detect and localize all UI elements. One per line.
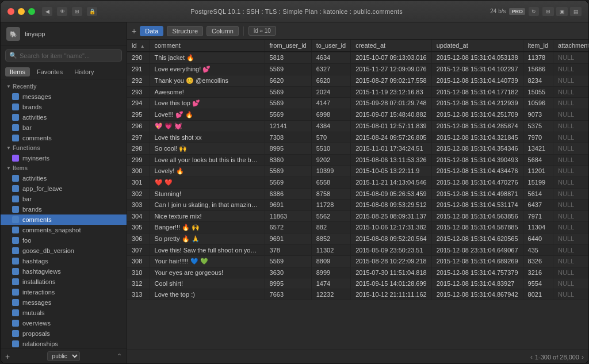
cell-comment[interactable]: Cool shirt! (150, 278, 265, 289)
cell-to_user_id[interactable]: 8852 (311, 233, 350, 245)
col-header-attachment[interactable]: attachment (553, 40, 588, 52)
table-row[interactable]: 304Nice texture mix!1186355622015-08-25 … (127, 211, 588, 222)
cell-comment[interactable]: So cool! 🙌 (150, 143, 265, 155)
cell-to_user_id[interactable]: 570 (311, 132, 350, 143)
table-row[interactable]: 313Love the top :)7663122322015-10-12 21… (127, 289, 588, 300)
tab-favorites[interactable]: Favorites (32, 67, 67, 76)
cell-attachment[interactable]: NULL (553, 52, 588, 64)
cell-comment[interactable]: Love all your looks but this is the best… (150, 155, 265, 166)
cell-comment[interactable]: Nice texture mix! (150, 211, 265, 222)
cell-item_id[interactable]: 15686 (523, 64, 553, 75)
eye-button[interactable]: 👁 (57, 7, 67, 16)
cell-item_id[interactable]: 5614 (523, 189, 553, 200)
cell-id[interactable]: 313 (127, 289, 150, 300)
cell-updated_at[interactable]: 2015-12-08 15:31:04.470276 (431, 177, 523, 189)
cell-id[interactable]: 300 (127, 166, 150, 177)
cell-to_user_id[interactable]: 10399 (311, 166, 350, 177)
cell-comment[interactable]: 💖 💗 💓 (150, 121, 265, 132)
cell-item_id[interactable]: 435 (523, 245, 553, 256)
cell-from_user_id[interactable]: 9691 (265, 233, 311, 245)
cell-comment[interactable]: Love everything! 💕 (150, 64, 265, 75)
cell-updated_at[interactable]: 2015-12-08 15:31:04.620565 (431, 233, 523, 245)
cell-id[interactable]: 292 (127, 75, 150, 87)
cell-updated_at[interactable]: 2015-12-08 15:31:04.498871 (431, 189, 523, 200)
cell-comment[interactable]: Awesome! (150, 87, 265, 98)
cell-id[interactable]: 310 (127, 267, 150, 278)
col-header-item[interactable]: item_id (523, 40, 553, 52)
refresh-button[interactable]: ↻ (529, 7, 539, 16)
sidebar-item-installations[interactable]: installations (1, 277, 127, 287)
cell-item_id[interactable]: 15055 (523, 87, 553, 98)
cell-comment[interactable]: ❤️ ❤️ (150, 177, 265, 189)
cell-comment[interactable]: This jacket 🔥 (150, 52, 265, 64)
cell-updated_at[interactable]: 2015-12-08 15:31:04.354346 (431, 143, 523, 155)
cell-created_at[interactable]: 2015-10-12 21:11:11.162 (351, 289, 432, 300)
cell-to_user_id[interactable]: 6327 (311, 64, 350, 75)
cell-comment[interactable]: Can I join u skating, in that amazing ou… (150, 200, 265, 211)
cell-to_user_id[interactable]: 6620 (311, 75, 350, 87)
sidebar-item-mutuals[interactable]: mutuals (1, 308, 127, 318)
cell-created_at[interactable]: 2015-10-05 13:22:11.9 (351, 166, 432, 177)
cell-created_at[interactable]: 2015-08-25 08:09:31.137 (351, 211, 432, 222)
cell-comment[interactable]: Your hair!!!!! 💙 💚 (150, 256, 265, 267)
cell-from_user_id[interactable]: 8995 (265, 278, 311, 289)
cell-id[interactable]: 297 (127, 132, 150, 143)
col-header-from[interactable]: from_user_id (265, 40, 311, 52)
sidebar-item-goose-db-version[interactable]: goose_db_version (1, 246, 127, 256)
cell-item_id[interactable]: 9073 (523, 109, 553, 121)
cell-created_at[interactable]: 2015-11-19 23:12:16.83 (351, 87, 432, 98)
cell-to_user_id[interactable]: 8809 (311, 256, 350, 267)
cell-item_id[interactable]: 6440 (523, 233, 553, 245)
table-row[interactable]: 295Love!!! 💕 🔥556969982015-09-07 15:48:4… (127, 109, 588, 121)
cell-to_user_id[interactable]: 2024 (311, 87, 350, 98)
table-row[interactable]: 312Cool shirt!899514742015-09-15 14:01:2… (127, 278, 588, 289)
cell-updated_at[interactable]: 2015-12-08 15:31:04.390493 (431, 155, 523, 166)
sidebar-item-interactions[interactable]: interactions (1, 287, 127, 297)
cell-updated_at[interactable]: 2015-12-08 15:31:04.212939 (431, 98, 523, 109)
cell-to_user_id[interactable]: 9202 (311, 155, 350, 166)
cell-attachment[interactable]: NULL (553, 75, 588, 87)
close-button[interactable] (7, 8, 14, 15)
sidebar-item-bar-recent[interactable]: bar (1, 122, 127, 133)
cell-from_user_id[interactable]: 6620 (265, 75, 311, 87)
cell-item_id[interactable]: 11201 (523, 166, 553, 177)
cell-to_user_id[interactable]: 4147 (311, 98, 350, 109)
cell-comment[interactable]: Thank you 😊 @emcollins (150, 75, 265, 87)
grid-button[interactable]: ⊞ (72, 7, 82, 16)
cell-to_user_id[interactable]: 8999 (311, 267, 350, 278)
cell-from_user_id[interactable]: 11863 (265, 211, 311, 222)
cell-created_at[interactable]: 2015-11-21 14:13:04.546 (351, 177, 432, 189)
cell-id[interactable]: 299 (127, 155, 150, 166)
cell-id[interactable]: 303 (127, 200, 150, 211)
panel-view-icon[interactable]: ▣ (556, 7, 568, 16)
sidebar-item-proposals[interactable]: proposals (1, 328, 127, 339)
cell-from_user_id[interactable]: 5569 (265, 87, 311, 98)
sidebar-item-comments-snapshot[interactable]: comments_snapshot (1, 225, 127, 235)
cell-item_id[interactable]: 7971 (523, 211, 553, 222)
cell-created_at[interactable]: 2015-08-06 13:11:53.326 (351, 155, 432, 166)
cell-created_at[interactable]: 2015-05-09 23:50:23.51 (351, 245, 432, 256)
cell-updated_at[interactable]: 2015-12-08 15:31:04.531174 (431, 200, 523, 211)
cell-created_at[interactable]: 2015-09-15 14:01:28.699 (351, 278, 432, 289)
cell-created_at[interactable]: 2015-08-28 10:22:09.218 (351, 256, 432, 267)
search-input[interactable] (20, 52, 118, 59)
cell-id[interactable]: 296 (127, 121, 150, 132)
cell-comment[interactable]: Love this shot xx (150, 132, 265, 143)
cell-id[interactable]: 295 (127, 109, 150, 121)
cell-attachment[interactable]: NULL (553, 132, 588, 143)
cell-updated_at[interactable]: 2015-12-08 23:31:04.649067 (431, 245, 523, 256)
cell-to_user_id[interactable]: 11728 (311, 200, 350, 211)
cell-to_user_id[interactable]: 5562 (311, 211, 350, 222)
table-row[interactable]: 305Banger!!! 🔥 🙌65728822015-10-06 12:17:… (127, 222, 588, 233)
cell-to_user_id[interactable]: 882 (311, 222, 350, 233)
sidebar-item-brands-recent[interactable]: brands (1, 102, 127, 112)
cell-from_user_id[interactable]: 5569 (265, 256, 311, 267)
cell-attachment[interactable]: NULL (553, 256, 588, 267)
cell-id[interactable]: 312 (127, 278, 150, 289)
add-button[interactable]: + (5, 352, 10, 361)
cell-comment[interactable]: Love this top 💕 (150, 98, 265, 109)
table-row[interactable]: 299Love all your looks but this is the b… (127, 155, 588, 166)
cell-to_user_id[interactable]: 8758 (311, 189, 350, 200)
cell-comment[interactable]: Love this! Saw the full shoot on your bl… (150, 245, 265, 256)
cell-attachment[interactable]: NULL (553, 143, 588, 155)
